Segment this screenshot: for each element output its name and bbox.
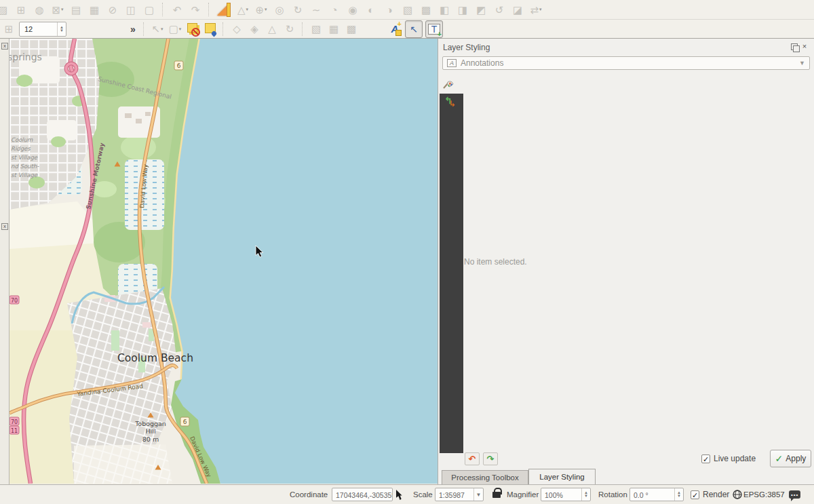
svg-text:nd South-: nd South-: [11, 163, 39, 170]
undo-style-button[interactable]: ↶: [465, 452, 480, 465]
magnifier-spinbox[interactable]: 100% ▲▼: [541, 488, 591, 501]
qgis-window: { "colors": { "accent_orange": "#ef9440"…: [0, 0, 814, 504]
svg-text:80 m: 80 m: [142, 435, 159, 443]
annotation-layer-icon: A: [447, 59, 457, 67]
coordinate-input[interactable]: 17043464,-3053598: [332, 488, 393, 501]
rotate-feature-icon: ↻: [290, 2, 305, 17]
diagram-options-icon: ▦: [326, 22, 341, 37]
add-ring-icon: ◔: [327, 2, 342, 17]
coordinate-label: Coordinate: [290, 490, 328, 499]
checkbox-checked-icon[interactable]: ✓: [701, 454, 710, 463]
svg-text:Toboggan: Toboggan: [134, 420, 166, 427]
highlight-labels-icon: ◈: [247, 22, 262, 37]
scale-combobox[interactable]: 1:35987 ▼: [435, 488, 484, 501]
toolbar-separator: [162, 3, 164, 16]
trim-extend-icon: ⇄▾: [528, 2, 543, 17]
chevron-down-icon: ▼: [799, 60, 805, 66]
redo-style-button[interactable]: ↷: [483, 452, 498, 465]
checkbox-checked-icon[interactable]: ✓: [691, 490, 699, 499]
delete-selected-icon: ▦: [87, 2, 102, 17]
annotations-toolbar: ⊞12▲▼»↖▾▢▾▾◇◈△↻▧▦▩A↖T: [0, 20, 814, 39]
pin-labels-icon: ◇: [229, 22, 244, 37]
copy-move-feature-icon: ◎: [272, 2, 287, 17]
rotate-point-symbols-icon: ↺: [492, 2, 507, 17]
map-canvas[interactable]: 6 6 70 70 11 springs Coolum Ridges st Vi…: [9, 39, 438, 484]
rotation-label: Rotation: [598, 490, 627, 499]
toolbar-overflow[interactable]: »: [128, 22, 138, 37]
change-label-icon: ▧: [309, 22, 324, 37]
rotate-label-icon: ↻: [282, 22, 297, 37]
digitizing-toolbar: ▨⊞◍⊠▾▤▦⊘◫▢↶↷△▾⊕▾◎↻∼◔◉◐◑▧▩◧◨◩↺◪⇄▾: [0, 0, 814, 20]
add-feature-icon: ◍: [32, 2, 47, 17]
create-annotation-icon: ▢▾: [168, 22, 182, 37]
advanced-digitizing-icon[interactable]: [216, 2, 232, 17]
offset-point-symbol-icon: ◪: [510, 2, 525, 17]
simplify-feature-icon: ∼: [309, 2, 324, 17]
history-tab-icon[interactable]: ↰↳: [444, 97, 458, 109]
crs-indicator[interactable]: EPSG:3857: [743, 490, 785, 499]
live-update-toggle[interactable]: ✓ Live update: [701, 454, 756, 463]
svg-text:Ridges: Ridges: [11, 145, 31, 152]
save-edits-icon: ⊞: [14, 2, 28, 17]
render-toggle[interactable]: ✓ Render: [691, 490, 729, 499]
styling-tab-strip[interactable]: ↰↳: [440, 94, 463, 453]
create-annotation-layer-icon[interactable]: A: [387, 22, 402, 37]
svg-text:70: 70: [11, 298, 18, 304]
paintbrush-icon: [443, 79, 454, 90]
layer-select-dropdown[interactable]: A Annotations ▼: [442, 56, 810, 70]
collapsed-dock-strip: x x: [0, 39, 9, 484]
chevron-down-icon[interactable]: ▼: [473, 488, 483, 501]
modify-attributes-icon: ▤: [69, 2, 83, 17]
svg-text:70: 70: [11, 419, 18, 425]
paste-features-icon: ▢: [142, 2, 157, 17]
collapsed-panel-close-icon[interactable]: x: [1, 223, 8, 230]
modify-annotations-button[interactable]: ↖: [405, 20, 423, 38]
annotation-marker-icon[interactable]: [203, 22, 218, 37]
svg-text:springs: springs: [9, 52, 42, 62]
cad-construction-icon: △▾: [235, 2, 250, 17]
layer-combo-value: Annotations: [461, 58, 799, 68]
tab-layer-styling[interactable]: Layer Styling: [528, 469, 596, 484]
vertex-tool-icon: ⊠▾: [50, 2, 65, 17]
svg-text:11: 11: [11, 428, 18, 434]
collapsed-panel-close-icon[interactable]: x: [1, 43, 8, 50]
toolbar-separator: [222, 22, 225, 36]
messages-icon[interactable]: •••: [789, 490, 800, 499]
toggle-editing-icon: ▨: [0, 2, 10, 17]
annotation-overlap-icon[interactable]: ▾: [185, 22, 200, 37]
move-feature-icon: ⊕▾: [254, 2, 269, 17]
empty-state-text: No item selected.: [464, 257, 527, 267]
apply-button[interactable]: ✓ Apply: [770, 450, 811, 467]
check-icon: ✓: [775, 453, 783, 464]
panel-title: Layer Styling: [443, 43, 490, 52]
label-options-icon: ▩: [344, 22, 359, 37]
lock-scale-icon[interactable]: [492, 492, 501, 498]
toolbar-separator: [208, 3, 210, 16]
crs-globe-icon[interactable]: [733, 490, 742, 499]
status-bar: Coordinate 17043464,-3053598 Scale 1:359…: [0, 484, 814, 504]
copy-features-icon: ◫: [123, 2, 138, 17]
osm-basemap: 6 6 70 70 11 springs Coolum Ridges st Vi…: [9, 39, 438, 484]
close-icon[interactable]: ×: [800, 42, 809, 50]
fill-ring-icon: ◐: [364, 2, 379, 17]
merge-attributes-icon: ◩: [473, 2, 488, 17]
size-spinbox[interactable]: 12▲▼: [19, 22, 66, 37]
move-label-icon: △: [265, 22, 279, 37]
offset-curve-icon: ◑: [382, 2, 397, 17]
svg-text:Hill: Hill: [145, 427, 155, 435]
tab-processing-toolbox[interactable]: Processing Toolbox: [442, 470, 528, 484]
cut-features-icon: ⊘: [105, 2, 120, 17]
scale-label: Scale: [413, 490, 433, 499]
split-features-icon: ▩: [419, 2, 433, 17]
toggle-extents-icon[interactable]: [396, 490, 404, 500]
svg-text:st Village: st Village: [11, 154, 38, 161]
live-update-label: Live update: [714, 454, 756, 463]
create-text-annotation-button[interactable]: T: [425, 20, 443, 38]
undock-icon[interactable]: [791, 43, 798, 50]
layer-styling-panel: Layer Styling × A Annotations ▼ ↰↳ No it…: [438, 39, 814, 484]
split-parts-icon: ◧: [437, 2, 452, 17]
rotation-spinbox[interactable]: 0.0 ° ▲▼: [629, 488, 684, 501]
svg-text:6: 6: [177, 62, 181, 69]
svg-text:Coolum Beach: Coolum Beach: [117, 352, 193, 364]
magnifier-label: Magnifier: [507, 490, 539, 499]
